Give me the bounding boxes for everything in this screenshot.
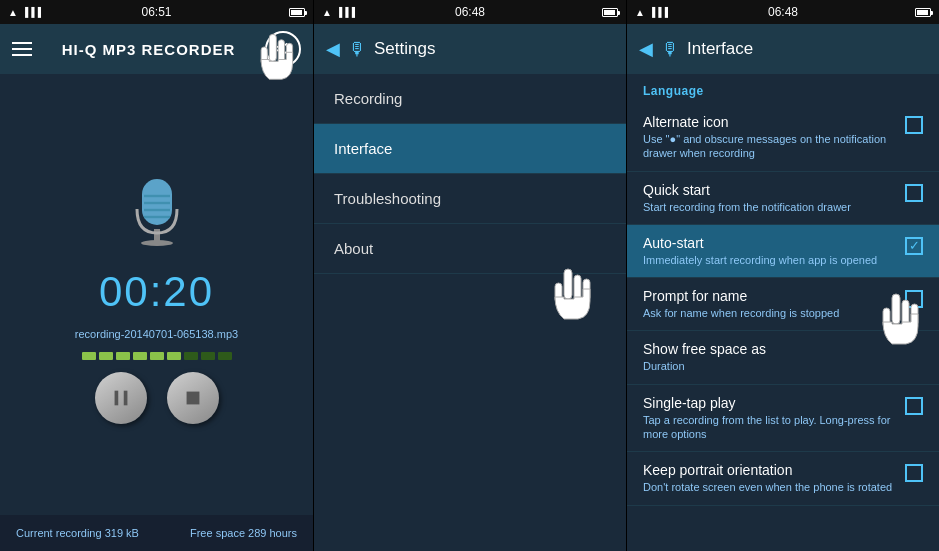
time-display-1: 06:51 (141, 5, 171, 19)
interface-back-button[interactable]: ◀ (639, 38, 653, 60)
single-tap-desc: Tap a recording from the list to play. L… (643, 413, 897, 442)
recording-timer: 00:20 (99, 268, 214, 316)
auto-start-checkbox[interactable] (905, 237, 923, 255)
interface-title: Interface (687, 39, 753, 59)
svg-rect-5 (154, 229, 160, 243)
free-space-title: Show free space as (643, 341, 923, 357)
status-bar-2: ▲ ▐▐▐ 06:48 (314, 0, 626, 24)
settings-item-recording[interactable]: Recording (314, 74, 626, 124)
settings-panel: ▲ ▐▐▐ 06:48 ◀ 🎙 Settings Recording Inter… (313, 0, 626, 551)
progress-seg-2 (99, 352, 113, 360)
settings-item-about-label: About (334, 240, 373, 257)
hamburger-line-3 (12, 54, 32, 56)
mic-icon-header: 🎙 (348, 39, 366, 60)
battery-icon-2 (602, 8, 618, 17)
progress-seg-3 (116, 352, 130, 360)
interface-header: ◀ 🎙 Interface (627, 24, 939, 74)
battery-icon (289, 8, 305, 17)
progress-seg-1 (82, 352, 96, 360)
prompt-name-item[interactable]: Prompt for name Ask for name when record… (627, 278, 939, 331)
status-right-3 (913, 8, 931, 17)
single-tap-checkbox[interactable] (905, 397, 923, 415)
settings-list: Recording Interface Troubleshooting Abou… (314, 74, 626, 551)
free-space-label: Free space 289 hours (190, 527, 297, 539)
gear-icon: ⚙ (275, 38, 291, 60)
portrait-desc: Don't rotate screen even when the phone … (643, 480, 897, 494)
quick-start-desc: Start recording from the notification dr… (643, 200, 897, 214)
auto-start-text: Auto-start Immediately start recording w… (643, 235, 897, 267)
language-section-header: Language (627, 74, 939, 104)
time-display-3: 06:48 (768, 5, 798, 19)
alternate-icon-text: Alternate icon Use "●" and obscure messa… (643, 114, 897, 161)
alternate-icon-item[interactable]: Alternate icon Use "●" and obscure messa… (627, 104, 939, 172)
quick-start-checkbox[interactable] (905, 184, 923, 202)
free-space-item[interactable]: Show free space as Duration (627, 331, 939, 384)
progress-seg-7 (184, 352, 198, 360)
settings-item-about[interactable]: About (314, 224, 626, 274)
app-header: HI-Q MP3 RECORDER ⚙ (0, 24, 313, 74)
svg-rect-13 (186, 391, 199, 404)
portrait-checkbox[interactable] (905, 464, 923, 482)
single-tap-text: Single-tap play Tap a recording from the… (643, 395, 897, 442)
settings-button[interactable]: ⚙ (265, 31, 301, 67)
settings-title: Settings (374, 39, 435, 59)
hamburger-menu[interactable] (12, 42, 32, 56)
prompt-name-text: Prompt for name Ask for name when record… (643, 288, 897, 320)
interface-settings-list: Language Alternate icon Use "●" and obsc… (627, 74, 939, 551)
recording-progress (82, 352, 232, 360)
wifi-icon: ▲ (8, 7, 18, 18)
settings-item-troubleshooting[interactable]: Troubleshooting (314, 174, 626, 224)
wifi-icon-3: ▲ (635, 7, 645, 18)
prompt-name-desc: Ask for name when recording is stopped (643, 306, 897, 320)
recorder-body: 00:20 recording-20140701-065138.mp3 (0, 74, 313, 515)
status-bar-1: ▲ ▐▐▐ 06:51 (0, 0, 313, 24)
progress-seg-4 (133, 352, 147, 360)
status-left: ▲ ▐▐▐ (8, 7, 41, 18)
progress-seg-5 (150, 352, 164, 360)
status-left-3: ▲ ▐▐▐ (635, 7, 668, 18)
hamburger-line-2 (12, 48, 32, 50)
settings-header: ◀ 🎙 Settings (314, 24, 626, 74)
quick-start-title: Quick start (643, 182, 897, 198)
quick-start-item[interactable]: Quick start Start recording from the not… (627, 172, 939, 225)
alternate-icon-desc: Use "●" and obscure messages on the noti… (643, 132, 897, 161)
prompt-name-title: Prompt for name (643, 288, 897, 304)
progress-seg-8 (201, 352, 215, 360)
app-title: HI-Q MP3 RECORDER (62, 41, 236, 58)
hamburger-line-1 (12, 42, 32, 44)
settings-item-interface-label: Interface (334, 140, 392, 157)
recording-filename: recording-20140701-065138.mp3 (75, 328, 238, 340)
single-tap-item[interactable]: Single-tap play Tap a recording from the… (627, 385, 939, 453)
settings-item-recording-label: Recording (334, 90, 402, 107)
status-right-2 (600, 8, 618, 17)
svg-rect-12 (123, 390, 127, 405)
time-display-2: 06:48 (455, 5, 485, 19)
auto-start-title: Auto-start (643, 235, 897, 251)
progress-seg-6 (167, 352, 181, 360)
portrait-item[interactable]: Keep portrait orientation Don't rotate s… (627, 452, 939, 505)
mic-icon-interface: 🎙 (661, 39, 679, 60)
back-button[interactable]: ◀ (326, 38, 340, 60)
auto-start-desc: Immediately start recording when app is … (643, 253, 897, 267)
status-left-2: ▲ ▐▐▐ (322, 7, 355, 18)
progress-seg-9 (218, 352, 232, 360)
current-recording-label: Current recording 319 kB (16, 527, 139, 539)
recorder-status-bar: Current recording 319 kB Free space 289 … (0, 515, 313, 551)
single-tap-title: Single-tap play (643, 395, 897, 411)
stop-button[interactable] (167, 372, 219, 424)
auto-start-item[interactable]: Auto-start Immediately start recording w… (627, 225, 939, 278)
prompt-name-checkbox[interactable] (905, 290, 923, 308)
quick-start-text: Quick start Start recording from the not… (643, 182, 897, 214)
signal-icon-3: ▐▐▐ (649, 7, 668, 17)
portrait-title: Keep portrait orientation (643, 462, 897, 478)
status-bar-3: ▲ ▐▐▐ 06:48 (627, 0, 939, 24)
signal-icon-2: ▐▐▐ (336, 7, 355, 17)
free-space-desc: Duration (643, 359, 923, 373)
settings-item-interface[interactable]: Interface (314, 124, 626, 174)
wifi-icon-2: ▲ (322, 7, 332, 18)
interface-panel: ▲ ▐▐▐ 06:48 ◀ 🎙 Interface Language Alter… (626, 0, 939, 551)
alternate-icon-checkbox[interactable] (905, 116, 923, 134)
alternate-icon-title: Alternate icon (643, 114, 897, 130)
free-space-text: Show free space as Duration (643, 341, 923, 373)
pause-button[interactable] (95, 372, 147, 424)
